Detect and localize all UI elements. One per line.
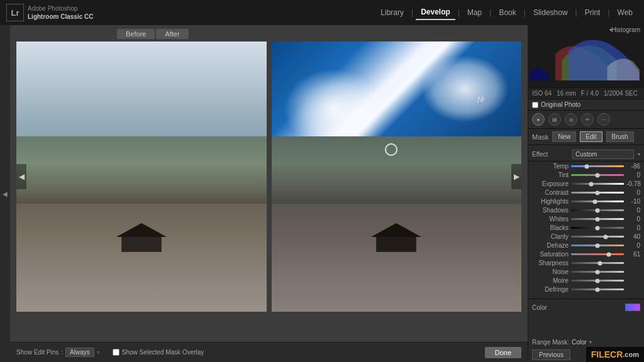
color-row: Color <box>528 302 644 313</box>
bottom-toolbar: Show Edit Pins : Always ▾ Show Selected … <box>10 342 528 362</box>
slider-value-tint: 0 <box>626 172 640 178</box>
left-panel-toggle[interactable]: ◀ <box>0 25 10 362</box>
show-mask-checkbox[interactable] <box>113 349 119 356</box>
slider-label-contrast: Contrast <box>532 189 569 196</box>
topbar: Lr Adobe Photoshop Lightroom Classic CC … <box>0 0 644 25</box>
slider-track-noise[interactable] <box>571 271 624 273</box>
new-button[interactable]: New <box>552 131 576 142</box>
slider-label-tint: Tint <box>532 172 569 178</box>
slider-track-clarity[interactable] <box>571 236 624 238</box>
slider-row-clarity: Clarity40 <box>532 233 640 240</box>
nav-library[interactable]: Library <box>375 6 409 19</box>
slider-thumb-shadows[interactable] <box>596 208 600 212</box>
show-edit-pins-value[interactable]: Always <box>65 348 94 357</box>
slider-track-highlights[interactable] <box>571 200 624 202</box>
slider-value-shadows: 0 <box>626 207 640 214</box>
color-swatch[interactable] <box>625 304 640 311</box>
watermark-dotcom: .com <box>623 351 639 358</box>
slider-label-moire: Moire <box>532 277 569 284</box>
slider-thumb-clarity[interactable] <box>603 234 608 239</box>
slider-thumb-highlights[interactable] <box>592 199 597 204</box>
tool-circle[interactable]: ● <box>532 113 545 126</box>
tool-range[interactable]: ⋯ <box>597 113 610 126</box>
slider-track-saturation[interactable] <box>571 253 624 255</box>
range-mask-label: Range Mask: <box>532 339 569 346</box>
slider-value-temp: -86 <box>626 163 640 170</box>
iso-value: ISO 64 <box>532 90 552 97</box>
nav-book[interactable]: Book <box>494 6 521 19</box>
watermark: FILECR .com <box>586 347 644 362</box>
slider-label-whites: Whites <box>532 216 569 222</box>
show-mask-label: Show Selected Mask Overlay <box>122 349 204 356</box>
tool-gradient[interactable]: ▤ <box>548 113 561 126</box>
slider-thumb-tint[interactable] <box>596 173 600 177</box>
slider-thumb-moire[interactable] <box>596 278 600 283</box>
range-mask-row: Range Mask: Color ▾ <box>528 337 644 348</box>
before-label: Before <box>117 29 155 39</box>
photo-right-arrow[interactable]: ▶ <box>511 164 521 189</box>
nav-slideshow[interactable]: Slideshow <box>528 6 573 19</box>
slider-value-exposure: -0.78 <box>626 180 640 187</box>
lr-logo: Lr <box>6 4 24 21</box>
slider-track-shadows[interactable] <box>571 209 624 211</box>
photo-left-arrow[interactable]: ◀ <box>16 164 26 189</box>
slider-thumb-temp[interactable] <box>585 164 589 168</box>
slider-row-noise: Noise <box>532 268 640 275</box>
slider-thumb-blacks[interactable] <box>596 226 600 230</box>
before-after-labels: Before After <box>10 25 528 41</box>
slider-row-blacks: Blacks0 <box>532 224 640 231</box>
tool-brush[interactable]: ✏ <box>581 113 594 126</box>
range-mask-value[interactable]: Color <box>572 339 587 346</box>
histogram: Histogram ▾ <box>528 25 644 88</box>
edit-button[interactable]: Edit <box>580 131 602 142</box>
slider-thumb-defringe[interactable] <box>596 287 600 292</box>
slider-label-blacks: Blacks <box>532 224 569 231</box>
range-mask-dropdown[interactable]: ▾ <box>589 339 592 345</box>
slider-track-blacks[interactable] <box>571 227 624 229</box>
slider-track-tint[interactable] <box>571 174 624 176</box>
slider-thumb-sharpness[interactable] <box>598 261 602 265</box>
slider-thumb-whites[interactable] <box>596 217 600 221</box>
original-photo-checkbox[interactable] <box>532 102 538 108</box>
histogram-svg <box>530 35 643 80</box>
slider-track-whites[interactable] <box>571 218 624 220</box>
effect-dropdown-icon[interactable]: ▾ <box>638 151 640 157</box>
nav-develop[interactable]: Develop <box>416 5 455 20</box>
section-divider-1 <box>528 299 644 299</box>
topbar-right: Library | Develop | Map | Book | Slidesh… <box>375 5 638 20</box>
original-photo-label: Original Photo <box>541 101 580 108</box>
slider-label-shadows: Shadows <box>532 207 569 214</box>
show-edit-pins-item: Show Edit Pins : Always ▾ <box>16 348 100 357</box>
previous-button[interactable]: Previous <box>532 349 570 360</box>
slider-track-defringe[interactable] <box>571 288 624 290</box>
slider-track-temp[interactable] <box>571 165 624 167</box>
slider-thumb-dehaze[interactable] <box>596 243 600 248</box>
watermark-filecr: FILECR <box>591 349 623 359</box>
mask-circle-indicator <box>385 143 397 156</box>
slider-thumb-saturation[interactable] <box>607 252 611 256</box>
slider-track-contrast[interactable] <box>571 192 624 194</box>
slider-label-noise: Noise <box>532 268 569 275</box>
slider-thumb-contrast[interactable] <box>596 190 600 195</box>
slider-track-moire[interactable] <box>571 280 624 282</box>
done-button[interactable]: Done <box>485 347 521 358</box>
slider-row-exposure: Exposure-0.78 <box>532 180 640 187</box>
before-photo <box>16 41 267 312</box>
slider-label-dehaze: Dehaze <box>532 242 569 249</box>
photos-container: ◀ ƒ∂ <box>10 41 528 342</box>
slider-track-sharpness[interactable] <box>571 262 624 264</box>
tool-radial[interactable]: ◎ <box>565 113 577 126</box>
slider-row-contrast: Contrast0 <box>532 189 640 196</box>
slider-track-exposure[interactable] <box>571 183 624 185</box>
slider-track-dehaze[interactable] <box>571 244 624 246</box>
nav-map[interactable]: Map <box>462 6 487 19</box>
nav-print[interactable]: Print <box>580 6 606 19</box>
cloud-puff-2 <box>421 55 509 123</box>
brush-button[interactable]: Brush <box>606 131 634 142</box>
effect-value[interactable]: Custom <box>572 150 634 159</box>
slider-thumb-noise[interactable] <box>596 270 600 274</box>
focal-value: 16 mm <box>557 90 576 97</box>
nav-web[interactable]: Web <box>613 6 638 19</box>
slider-thumb-exposure[interactable] <box>589 182 593 186</box>
slider-row-defringe: Defringe <box>532 286 640 293</box>
